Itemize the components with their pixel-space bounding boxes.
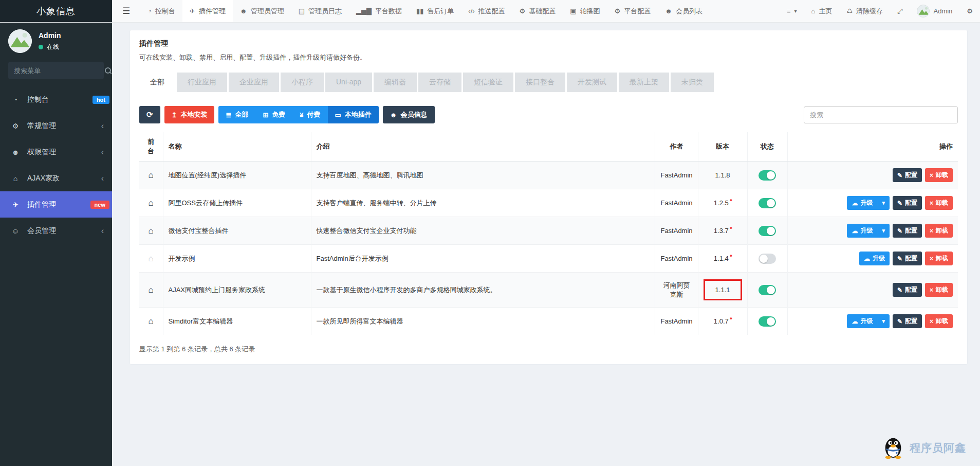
nav-item-admin-profile[interactable]: Admin xyxy=(910,0,959,22)
status-toggle[interactable] xyxy=(759,226,776,236)
record-count-text: 显示第 1 到第 6 条记录，总共 6 条记录 xyxy=(139,345,958,354)
upgrade-button[interactable]: ☁升级 xyxy=(859,252,890,265)
chevron-left-icon: ‹ xyxy=(101,227,104,235)
gear-icon: ⚙ xyxy=(520,7,526,15)
filter-local-button[interactable]: ▭ 本地插件 xyxy=(328,106,379,123)
tab-最新上架[interactable]: 最新上架 xyxy=(619,73,669,92)
brand-logo: 小象信息 xyxy=(0,0,112,22)
cloud-icon: ☁ xyxy=(864,255,870,262)
config-button[interactable]: ✎配置 xyxy=(893,283,922,297)
tab-Uni-app[interactable]: Uni-app xyxy=(325,73,372,92)
status-toggle[interactable] xyxy=(759,285,776,295)
tab-开发测试[interactable]: 开发测试 xyxy=(567,73,617,92)
button-label: 本地安装 xyxy=(180,110,207,119)
tab-接口整合[interactable]: 接口整合 xyxy=(515,73,565,92)
uninstall-button[interactable]: ×卸载 xyxy=(925,168,953,182)
caret-down-icon: ▾ xyxy=(878,227,885,234)
category-tabs: 全部行业应用企业应用小程序Uni-app编辑器云存储短信验证接口整合开发测试最新… xyxy=(139,73,958,92)
sidebar-item-会员管理[interactable]: ☺会员管理‹ xyxy=(0,218,112,244)
tab-云存储[interactable]: 云存储 xyxy=(418,73,461,92)
table-header-row: 前台 名称 介绍 作者 版本 状态 操作 xyxy=(139,132,958,162)
fullscreen-button[interactable]: ⤢ xyxy=(890,0,910,22)
nav-item-admins[interactable]: ☻管理员管理 xyxy=(233,0,291,22)
tab-短信验证[interactable]: 短信验证 xyxy=(463,73,513,92)
sidebar-item-AJAX家政[interactable]: ⌂AJAX家政‹ xyxy=(0,165,112,191)
settings-button[interactable]: ⚙ xyxy=(959,0,980,22)
table-row: ⌂地图位置(经纬度)选择插件支持百度地图、高德地图、腾讯地图FastAdmin1… xyxy=(139,162,958,189)
pause-icon: ▮▮ xyxy=(416,7,423,15)
laptop-icon: ▭ xyxy=(335,111,341,119)
config-button[interactable]: ✎配置 xyxy=(893,314,922,328)
nav-item-push[interactable]: ‹/›推送配置 xyxy=(461,0,512,22)
table-row: ⌂Simditor富文本编辑器一款所见即所得富文本编辑器FastAdmin1.0… xyxy=(139,308,958,335)
plugin-author: 河南阿贾克斯 xyxy=(655,273,698,308)
uninstall-button[interactable]: ×卸载 xyxy=(925,252,953,265)
menu-search-input[interactable] xyxy=(14,67,104,75)
tab-企业应用[interactable]: 企业应用 xyxy=(229,73,279,92)
nav-item-plugins[interactable]: ✈插件管理 xyxy=(182,0,233,22)
tab-编辑器[interactable]: 编辑器 xyxy=(374,73,417,92)
sidebar-item-权限管理[interactable]: ☻权限管理‹ xyxy=(0,139,112,165)
local-install-button[interactable]: ↥ 本地安装 xyxy=(164,106,215,123)
config-button[interactable]: ✎配置 xyxy=(893,224,922,238)
nav-item-adminlog[interactable]: ▤管理员日志 xyxy=(291,0,349,22)
button-label: 全部 xyxy=(235,110,248,119)
toolbar: ⟳ ↥ 本地安装 ≣ 全部 ⊞ 免费 ¥ 付费 xyxy=(139,106,958,123)
sidebar-item-常规管理[interactable]: ⚙常规管理‹ xyxy=(0,113,112,139)
config-button[interactable]: ✎配置 xyxy=(893,196,922,210)
avatar xyxy=(917,5,930,17)
upgrade-button[interactable]: ☁升级▾ xyxy=(847,196,890,210)
uninstall-button[interactable]: ×卸载 xyxy=(925,314,953,328)
upgrade-button[interactable]: ☁升级▾ xyxy=(847,314,890,328)
refresh-button[interactable]: ⟳ xyxy=(139,106,160,123)
uninstall-button[interactable]: ×卸载 xyxy=(925,224,953,238)
sidebar-item-控制台[interactable]: ◔控制台hot xyxy=(0,86,112,113)
avatar[interactable] xyxy=(8,29,32,53)
nav-item-console[interactable]: ◔控制台 xyxy=(140,0,182,22)
plugin-manager-card: 插件管理 可在线安装、卸载、禁用、启用、配置、升级插件，插件升级前请做好备份。 … xyxy=(130,30,968,365)
status-toggle[interactable] xyxy=(759,316,776,327)
filter-all-button[interactable]: ≣ 全部 xyxy=(218,106,255,123)
status-toggle[interactable] xyxy=(759,198,776,208)
status-toggle[interactable] xyxy=(759,170,776,181)
tab-小程序[interactable]: 小程序 xyxy=(281,73,324,92)
nav-item-baseconf[interactable]: ⚙基础配置 xyxy=(512,0,563,22)
nav-menu-dropdown[interactable]: ≡ ▾ xyxy=(780,0,804,22)
config-button[interactable]: ✎配置 xyxy=(893,168,922,182)
nav-item-platconf[interactable]: ⚙平台配置 xyxy=(607,0,658,22)
expand-icon: ⤢ xyxy=(897,7,902,15)
watermark: 程序员阿鑫 xyxy=(881,434,966,462)
cloud-icon: ☁ xyxy=(852,227,858,235)
table-search-input[interactable] xyxy=(804,106,958,123)
plugin-name: 开发示例 xyxy=(163,245,311,273)
plugins-table-body: ⌂地图位置(经纬度)选择插件支持百度地图、高德地图、腾讯地图FastAdmin1… xyxy=(139,162,958,335)
button-label: 会员信息 xyxy=(401,110,428,119)
uninstall-button[interactable]: ×卸载 xyxy=(925,196,953,210)
filter-free-button[interactable]: ⊞ 免费 xyxy=(255,106,292,123)
sidebar-item-插件管理[interactable]: ✈插件管理new xyxy=(0,191,112,218)
table-row: ⌂AJAX同城预约上门服务家政系统一款基于原生微信小程序开发的多商户多规格同城家… xyxy=(139,273,958,308)
sidebar-toggle-button[interactable]: ☰ xyxy=(112,0,140,22)
member-info-button[interactable]: ☻ 会员信息 xyxy=(383,106,435,123)
nav-item-home[interactable]: ⌂ 主页 xyxy=(804,0,840,22)
nav-item-members[interactable]: ☻会员列表 xyxy=(658,0,710,22)
tab-未归类[interactable]: 未归类 xyxy=(671,73,714,92)
nav-item-label: 售后订单 xyxy=(427,7,454,16)
config-button[interactable]: ✎配置 xyxy=(893,252,922,265)
status-toggle[interactable] xyxy=(759,254,776,264)
top-navbar: 小象信息 ☰ ◔控制台✈插件管理☻管理员管理▤管理员日志▂▅▇平台数据▮▮售后订… xyxy=(0,0,980,23)
col-author: 作者 xyxy=(655,132,698,162)
plugin-name: 微信支付宝整合插件 xyxy=(163,217,311,245)
nav-item-carousel[interactable]: ▣轮播图 xyxy=(563,0,607,22)
nav-item-clear-cache[interactable]: ♺ 清除缓存 xyxy=(839,0,890,22)
yen-icon: ¥ xyxy=(300,111,303,119)
nav-item-label: 平台配置 xyxy=(624,7,651,16)
nav-item-platdata[interactable]: ▂▅▇平台数据 xyxy=(349,0,409,22)
tab-行业应用[interactable]: 行业应用 xyxy=(177,73,227,92)
upgrade-button[interactable]: ☁升级▾ xyxy=(847,224,890,238)
uninstall-button[interactable]: ×卸载 xyxy=(925,283,953,297)
sidebar-item-label: 插件管理 xyxy=(27,200,56,209)
tab-全部[interactable]: 全部 xyxy=(139,73,175,92)
filter-paid-button[interactable]: ¥ 付费 xyxy=(292,106,327,123)
nav-item-orders[interactable]: ▮▮售后订单 xyxy=(409,0,461,22)
